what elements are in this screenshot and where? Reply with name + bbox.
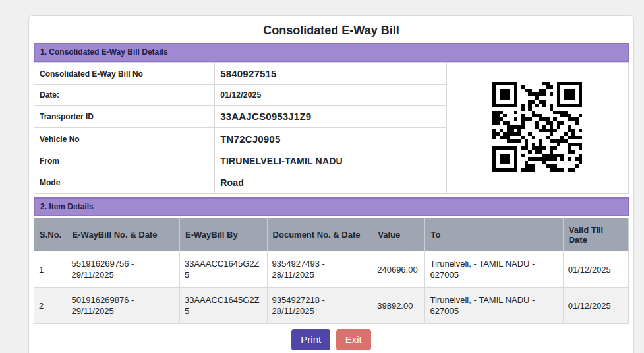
field-label-transporter-id: Transporter ID bbox=[34, 106, 215, 128]
qr-code-icon bbox=[492, 82, 582, 172]
col-header-value: Value bbox=[372, 218, 425, 251]
field-value-bill-no: 5840927515 bbox=[215, 63, 447, 85]
cell-document-no-date: 9354927218 - 28/11/2025 bbox=[267, 288, 372, 324]
field-value-mode: Road bbox=[215, 172, 447, 194]
details-table: Consolidated E-Way Bill No 5840927515 Da… bbox=[34, 62, 629, 194]
col-header-ewaybill-by: E-WayBill By bbox=[179, 218, 267, 251]
col-header-to: To bbox=[425, 218, 563, 251]
col-header-valid-till-date: Valid Till Date bbox=[563, 218, 628, 251]
field-label-vehicle-no: Vehicle No bbox=[34, 128, 215, 150]
button-row: Print Exit bbox=[34, 329, 629, 350]
details-row: Consolidated E-Way Bill No 5840927515 bbox=[34, 63, 629, 85]
cell-value: 240696.00 bbox=[372, 251, 425, 288]
page-title: Consolidated E-Way Bill bbox=[34, 24, 629, 38]
col-header-ewaybill-no-date: E-WayBill No. & Date bbox=[67, 218, 179, 251]
field-label-mode: Mode bbox=[34, 172, 215, 194]
field-value-vehicle-no: TN72CJ0905 bbox=[215, 128, 447, 150]
cell-valid-till-date: 01/12/2025 bbox=[563, 251, 628, 288]
cell-value: 39892.00 bbox=[372, 288, 425, 324]
field-label-bill-no: Consolidated E-Way Bill No bbox=[34, 63, 215, 85]
field-value-date: 01/12/2025 bbox=[215, 85, 447, 106]
col-header-document-no-date: Document No. & Date bbox=[267, 218, 372, 251]
field-value-from: TIRUNELVELI-TAMIL NADU bbox=[215, 150, 447, 172]
items-header-row: S.No. E-WayBill No. & Date E-WayBill By … bbox=[34, 218, 629, 251]
table-row: 1 551916269756 - 29/11/2025 33AAACC1645G… bbox=[34, 251, 629, 288]
cell-ewaybill-no-date: 551916269756 - 29/11/2025 bbox=[67, 251, 179, 288]
cell-sno: 1 bbox=[34, 251, 67, 288]
cell-ewaybill-by: 33AAACC1645G2Z5 bbox=[179, 251, 267, 288]
field-label-from: From bbox=[34, 150, 215, 172]
table-row: 2 501916269876 - 29/11/2025 33AAACC1645G… bbox=[34, 288, 629, 324]
cell-ewaybill-by: 33AAACC1645G2Z5 bbox=[179, 288, 267, 324]
print-button[interactable]: Print bbox=[291, 329, 330, 350]
field-value-transporter-id: 33AAJCS0953J1Z9 bbox=[215, 106, 447, 128]
cell-sno: 2 bbox=[34, 288, 67, 324]
section-header-items: 2. Item Details bbox=[34, 197, 629, 216]
cell-to: Tirunelveli, - TAMIL NADU - 627005 bbox=[425, 288, 563, 324]
qr-cell bbox=[446, 63, 628, 194]
cell-document-no-date: 9354927493 - 28/11/2025 bbox=[267, 251, 372, 288]
eway-bill-panel: Consolidated E-Way Bill 1. Consolidated … bbox=[28, 15, 634, 353]
col-header-sno: S.No. bbox=[34, 218, 67, 251]
exit-button[interactable]: Exit bbox=[336, 329, 371, 350]
field-label-date: Date: bbox=[34, 85, 215, 106]
cell-ewaybill-no-date: 501916269876 - 29/11/2025 bbox=[67, 288, 179, 324]
cell-valid-till-date: 01/12/2025 bbox=[563, 288, 628, 324]
items-table: S.No. E-WayBill No. & Date E-WayBill By … bbox=[34, 218, 629, 324]
cell-to: Tirunelveli, - TAMIL NADU - 627005 bbox=[425, 251, 563, 288]
section-header-details: 1. Consolidated E-Way Bill Details bbox=[34, 43, 629, 62]
